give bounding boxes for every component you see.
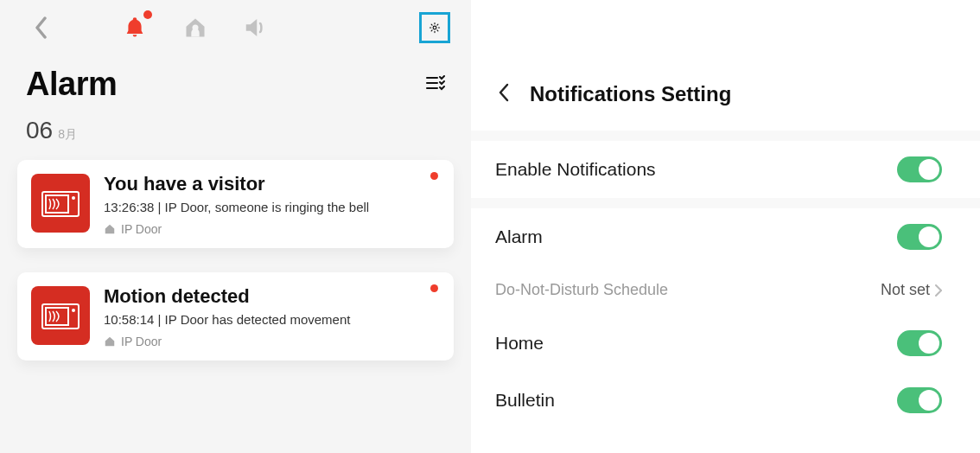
alarm-card[interactable]: You have a visitor 13:26:38 | IP Door, s…: [17, 160, 454, 248]
alarm-card-device-name: IP Door: [121, 335, 162, 348]
camera-thumb-icon: [31, 174, 90, 233]
section-divider: [471, 198, 980, 208]
row-label: Home: [495, 333, 544, 354]
alarm-card-device: IP Door: [104, 222, 440, 236]
toggle-switch[interactable]: [897, 387, 942, 413]
back-icon[interactable]: [499, 83, 509, 105]
page-title: Alarm: [26, 66, 117, 103]
alarm-card[interactable]: Motion detected 10:58:14 | IP Door has d…: [17, 272, 454, 360]
alarm-card-device: IP Door: [104, 335, 440, 348]
alarm-card-sub: 13:26:38 | IP Door, someone is ringing t…: [104, 200, 440, 215]
alarm-card-list: You have a visitor 13:26:38 | IP Door, s…: [0, 160, 471, 360]
unread-dot-icon: [430, 172, 438, 180]
svg-point-4: [72, 196, 75, 200]
date-day: 06: [26, 117, 53, 144]
date-month: 8月: [58, 127, 77, 143]
row-alarm: Alarm: [471, 208, 980, 265]
home-small-icon: [104, 223, 116, 235]
alarm-card-sub: 10:58:14 | IP Door has detected movement: [104, 312, 440, 328]
settings-header: Notifications Setting: [471, 82, 980, 131]
row-value: Not set: [881, 281, 942, 299]
toggle-switch[interactable]: [897, 156, 942, 182]
row-label: Alarm: [495, 226, 543, 247]
speaker-icon[interactable]: [240, 12, 271, 43]
toggle-switch[interactable]: [897, 224, 942, 250]
row-enable-notifications: Enable Notifications: [471, 141, 980, 198]
section-divider: [471, 131, 980, 141]
alarm-card-title: Motion detected: [104, 286, 440, 307]
profile-house-icon[interactable]: [180, 12, 211, 43]
toggle-switch[interactable]: [897, 330, 942, 356]
top-icon-bar: [0, 0, 471, 59]
home-small-icon: [104, 335, 116, 348]
svg-rect-6: [46, 308, 68, 325]
row-label: Enable Notifications: [495, 159, 656, 180]
svg-point-7: [72, 309, 75, 312]
alarm-header: Alarm: [0, 66, 471, 103]
dnd-value-text: Not set: [881, 281, 930, 299]
alarm-card-title: You have a visitor: [104, 174, 440, 195]
chevron-right-icon: [935, 284, 942, 297]
row-label: Bulletin: [495, 390, 555, 411]
settings-title: Notifications Setting: [530, 82, 731, 106]
notification-dot-icon: [143, 10, 152, 19]
back-icon[interactable]: [26, 12, 57, 43]
settings-gear-icon[interactable]: [419, 12, 450, 43]
camera-thumb-icon: [31, 286, 90, 345]
svg-rect-3: [46, 195, 68, 213]
alarm-panel: Alarm 06 8月 You have a visitor 13:26:38 …: [0, 0, 471, 453]
settings-panel: Notifications Setting Enable Notificatio…: [471, 0, 980, 453]
row-home: Home: [471, 315, 980, 372]
alarm-card-device-name: IP Door: [121, 222, 162, 236]
row-label: Do-Not-Disturb Schedule: [495, 281, 668, 299]
row-bulletin: Bulletin: [471, 372, 980, 429]
svg-point-1: [433, 26, 436, 29]
filter-checklist-icon[interactable]: [426, 75, 445, 94]
row-dnd-schedule[interactable]: Do-Not-Disturb Schedule Not set: [471, 265, 980, 315]
bell-icon[interactable]: [119, 12, 150, 43]
date-row: 06 8月: [0, 103, 471, 160]
